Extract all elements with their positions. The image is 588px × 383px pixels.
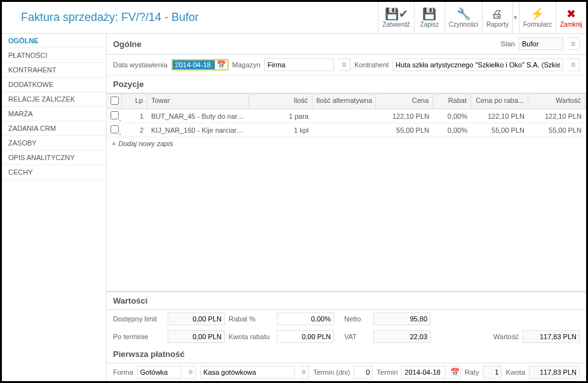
sidebar-item-opis[interactable]: OPIS ANALITYCZNY <box>2 151 106 165</box>
form-button[interactable]: ⚡Formularz <box>519 2 556 33</box>
wartosc-label: Wartość <box>493 333 519 340</box>
stan-field[interactable] <box>519 37 563 50</box>
kwota-label: Kwota <box>505 368 525 376</box>
table-row[interactable]: 1 BUT_NAR_45 - Buty do nart E... 1 para … <box>107 109 586 123</box>
kwota-field <box>529 366 580 379</box>
termin-label: Termin <box>377 368 398 376</box>
termin-field[interactable] <box>401 366 446 379</box>
wrench-icon: 🔧 <box>457 7 471 21</box>
sidebar-item-relacje[interactable]: RELACJE ZALICZEK <box>2 92 106 107</box>
page-title: Faktura sprzedaży: FV/?/14 - Bufor <box>2 11 378 24</box>
forma-field[interactable] <box>137 366 182 379</box>
bolt-icon: ⚡ <box>530 7 544 21</box>
sidebar-item-zadania[interactable]: ZADANIA CRM <box>2 121 106 136</box>
vat-label: VAT <box>344 333 370 340</box>
row-checkbox[interactable] <box>110 125 119 133</box>
rabatproc-field[interactable] <box>277 312 334 325</box>
magazyn-label: Magazyn <box>232 61 261 69</box>
limit-label: Dostępny limit <box>113 315 164 323</box>
kasa-field[interactable] <box>200 366 295 379</box>
toolbar-dropdown[interactable]: ▾ <box>512 2 519 33</box>
sidebar-item-dodatkowe[interactable]: DODATKOWE <box>2 77 106 92</box>
plus-icon: + <box>112 140 116 147</box>
table-row[interactable]: 2 KIJ_NAR_160 - Kije narciarski... 1 kpl… <box>107 123 586 137</box>
limit-field <box>168 312 225 325</box>
raty-label: Raty <box>465 368 479 376</box>
sidebar-item-zasoby[interactable]: ZASOBY <box>2 136 106 151</box>
section-ogolne: Ogólne Stan ≡ <box>107 34 586 55</box>
sidebar-item-cechy[interactable]: CECHY <box>2 165 106 180</box>
section-pozycje: Pozycje <box>107 76 586 93</box>
termindni-field[interactable] <box>354 366 373 379</box>
kasa-picker-icon[interactable]: ≡ <box>298 366 309 379</box>
approve-button[interactable]: 💾✔Zatwierdź <box>378 2 413 33</box>
poterminie-field <box>168 330 225 343</box>
section-platnosc: Pierwsza płatność <box>107 346 586 363</box>
kwotarabatu-label: Kwota rabatu <box>229 333 273 340</box>
rabatproc-label: Rabat % <box>229 315 273 323</box>
save-icon: 💾 <box>422 7 436 21</box>
date-label: Data wystawienia <box>113 61 168 69</box>
vat-field <box>373 330 431 343</box>
printer-icon: 🖨 <box>491 7 503 21</box>
wartosc-field <box>523 330 580 343</box>
sidebar-item-platnosci[interactable]: PŁATNOŚCI <box>2 48 106 63</box>
stan-picker-icon[interactable]: ≡ <box>567 37 580 50</box>
date-input[interactable] <box>173 60 215 69</box>
kwotarabatu-field[interactable] <box>277 330 334 343</box>
select-all-checkbox[interactable] <box>110 97 119 105</box>
forma-label: Forma <box>113 368 133 376</box>
netto-label: Netto <box>344 315 370 323</box>
close-button[interactable]: ✖Zamknij <box>556 2 586 33</box>
save-button[interactable]: 💾Zapisz <box>414 2 444 33</box>
table-header: Lp Towar Ilość Ilość alternatywna Cena R… <box>107 93 586 109</box>
forma-picker-icon[interactable]: ≡ <box>185 366 196 379</box>
row-checkbox[interactable] <box>110 111 119 119</box>
add-row-link[interactable]: +Dodaj nowy zapis <box>107 137 586 150</box>
reports-button[interactable]: 🖨Raporty <box>482 2 512 33</box>
poterminie-label: Po terminie <box>113 333 164 340</box>
actions-button[interactable]: 🔧Czynności <box>444 2 482 33</box>
magazyn-picker-icon[interactable]: ≡ <box>338 58 351 71</box>
sidebar-item-marza[interactable]: MARŻA <box>2 107 106 121</box>
approve-icon: 💾✔ <box>385 7 408 21</box>
termindni-label: Termin (dni) <box>313 368 350 376</box>
sidebar: OGÓLNE PŁATNOŚCI KONTRAHENT DODATKOWE RE… <box>2 34 107 381</box>
magazyn-input[interactable] <box>264 58 334 71</box>
kontrahent-input[interactable] <box>392 58 563 71</box>
netto-field <box>373 312 431 325</box>
raty-field <box>483 366 502 379</box>
stan-label: Stan <box>500 40 515 48</box>
close-icon: ✖ <box>566 7 576 21</box>
calendar-icon[interactable]: 📅 <box>215 60 227 69</box>
sidebar-item-kontrahent[interactable]: KONTRAHENT <box>2 63 106 77</box>
kontrahent-picker-icon[interactable]: ≡ <box>567 58 580 71</box>
sidebar-item-ogolne[interactable]: OGÓLNE <box>2 34 106 48</box>
termin-calendar-icon[interactable]: 📅 <box>450 366 460 379</box>
section-wartosci: Wartości <box>107 292 586 310</box>
kontrahent-label: Kontrahent <box>354 61 389 69</box>
